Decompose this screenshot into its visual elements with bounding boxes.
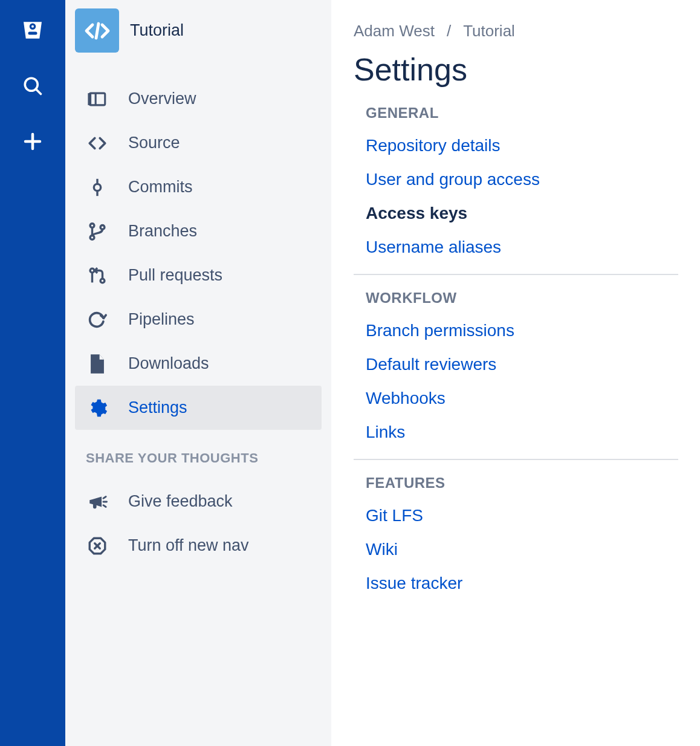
repo-avatar-icon	[75, 8, 119, 53]
pull-requests-icon	[87, 265, 108, 286]
svg-point-18	[100, 279, 105, 283]
source-icon	[87, 133, 108, 154]
svg-line-7	[96, 24, 99, 38]
sidebar-item-downloads[interactable]: Downloads	[75, 342, 322, 386]
svg-point-14	[90, 223, 94, 227]
settings-link-wiki[interactable]: Wiki	[354, 533, 678, 566]
megaphone-icon	[87, 491, 108, 512]
sidebar-item-label: Commits	[128, 178, 193, 196]
search-icon[interactable]	[19, 73, 46, 99]
downloads-icon	[87, 354, 108, 374]
bitbucket-logo-icon[interactable]	[19, 17, 46, 44]
breadcrumb: Adam West / Tutorial	[354, 22, 678, 41]
sidebar-item-label: Overview	[128, 89, 196, 108]
settings-group-heading-workflow: WORKFLOW	[354, 290, 678, 307]
sidebar-item-label: Pull requests	[128, 266, 222, 285]
svg-line-4	[36, 89, 41, 94]
group-divider	[354, 459, 678, 460]
sidebar-item-label: Give feedback	[128, 492, 233, 511]
sidebar-item-turn-off-nav[interactable]: Turn off new nav	[75, 524, 322, 568]
svg-rect-2	[28, 32, 37, 35]
settings-link-webhooks[interactable]: Webhooks	[354, 381, 678, 415]
sidebar-item-commits[interactable]: Commits	[75, 165, 322, 209]
breadcrumb-separator: /	[447, 22, 451, 41]
branches-icon	[87, 221, 108, 242]
settings-link-access-keys[interactable]: Access keys	[354, 196, 678, 230]
sidebar-item-branches[interactable]: Branches	[75, 209, 322, 253]
settings-link-git-lfs[interactable]: Git LFS	[354, 499, 678, 533]
cancel-octagon-icon	[87, 536, 108, 556]
sidebar-item-overview[interactable]: Overview	[75, 77, 322, 121]
svg-point-15	[90, 235, 94, 239]
repo-title: Tutorial	[130, 21, 184, 40]
settings-link-default-reviewers[interactable]: Default reviewers	[354, 348, 678, 381]
settings-group-features: Git LFS Wiki Issue tracker	[354, 499, 678, 600]
sidebar-section-heading: SHARE YOUR THOUGHTS	[86, 450, 322, 466]
repo-header[interactable]: Tutorial	[75, 8, 322, 63]
sidebar-item-give-feedback[interactable]: Give feedback	[75, 479, 322, 524]
sidebar-nav: Overview Source Commits	[75, 77, 322, 430]
main-content: Adam West / Tutorial Settings GENERAL Re…	[332, 0, 700, 746]
settings-group-workflow: Branch permissions Default reviewers Web…	[354, 314, 678, 449]
commits-icon	[87, 177, 108, 198]
settings-group-heading-general: GENERAL	[354, 105, 678, 122]
settings-link-repository-details[interactable]: Repository details	[354, 129, 678, 163]
svg-point-16	[100, 225, 105, 229]
sidebar-item-label: Turn off new nav	[128, 536, 249, 555]
group-divider	[354, 274, 678, 275]
sidebar-item-label: Branches	[128, 222, 197, 241]
sidebar-item-label: Pipelines	[128, 310, 195, 329]
breadcrumb-repo[interactable]: Tutorial	[463, 22, 515, 41]
settings-link-issue-tracker[interactable]: Issue tracker	[354, 566, 678, 600]
svg-line-23	[103, 505, 106, 507]
sidebar-thoughts-list: Give feedback Turn off new nav	[75, 479, 322, 568]
sidebar-item-pull-requests[interactable]: Pull requests	[75, 253, 322, 297]
svg-line-21	[103, 496, 106, 498]
global-nav-rail	[0, 0, 65, 746]
sidebar-item-label: Source	[128, 134, 180, 152]
sidebar-item-settings[interactable]: Settings	[75, 386, 322, 430]
create-icon[interactable]	[19, 128, 46, 155]
overview-icon	[87, 89, 108, 109]
settings-group-general: Repository details User and group access…	[354, 129, 678, 264]
svg-point-1	[31, 25, 34, 28]
breadcrumb-owner[interactable]: Adam West	[354, 22, 435, 41]
svg-point-11	[94, 184, 100, 190]
settings-link-links[interactable]: Links	[354, 415, 678, 449]
sidebar-item-source[interactable]: Source	[75, 121, 322, 165]
sidebar-item-label: Settings	[128, 398, 187, 417]
settings-link-username-aliases[interactable]: Username aliases	[354, 230, 678, 264]
settings-group-heading-features: FEATURES	[354, 475, 678, 491]
pipelines-icon	[87, 310, 108, 330]
sidebar-item-pipelines[interactable]: Pipelines	[75, 297, 322, 342]
repo-sidebar: Tutorial Overview Source	[65, 0, 332, 746]
settings-link-branch-permissions[interactable]: Branch permissions	[354, 314, 678, 348]
sidebar-item-label: Downloads	[128, 354, 209, 373]
settings-icon	[87, 398, 108, 418]
settings-link-user-group-access[interactable]: User and group access	[354, 163, 678, 196]
page-title: Settings	[354, 51, 678, 88]
svg-rect-8	[89, 93, 105, 105]
